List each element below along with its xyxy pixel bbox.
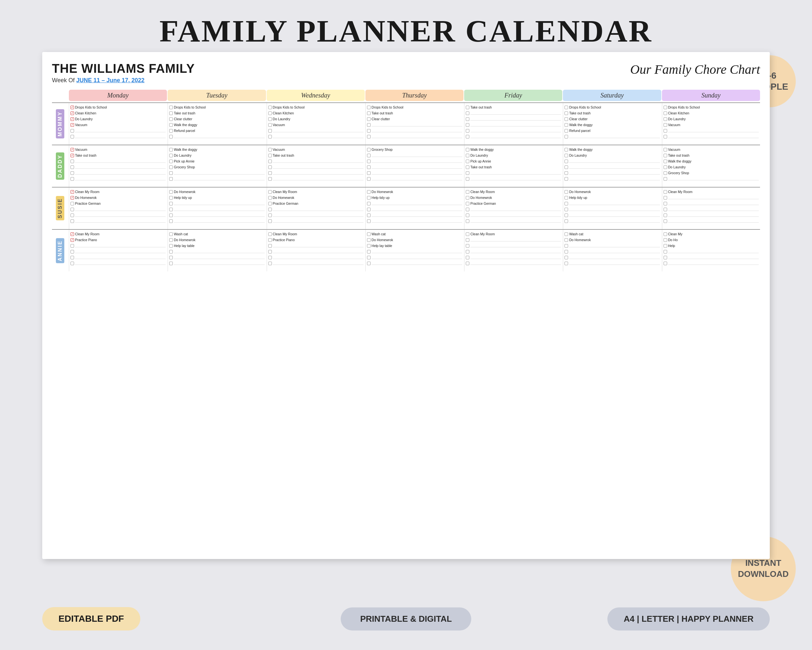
task-checkbox[interactable]: [169, 177, 173, 181]
task-checkbox[interactable]: [268, 148, 272, 151]
task-checkbox[interactable]: [466, 123, 469, 127]
task-checkbox[interactable]: [565, 154, 568, 157]
task-checkbox[interactable]: [565, 232, 568, 236]
task-checkbox[interactable]: [565, 171, 568, 175]
task-checkbox[interactable]: [466, 214, 469, 217]
task-checkbox[interactable]: [70, 244, 74, 248]
task-checkbox[interactable]: [367, 208, 371, 211]
task-checkbox[interactable]: [70, 165, 74, 169]
task-checkbox[interactable]: [367, 129, 371, 133]
task-checkbox[interactable]: [367, 117, 371, 121]
task-checkbox[interactable]: [466, 165, 469, 169]
task-checkbox[interactable]: [466, 177, 469, 181]
task-checkbox[interactable]: [565, 202, 568, 205]
task-checkbox[interactable]: [466, 148, 469, 151]
task-checkbox[interactable]: [565, 214, 568, 217]
task-checkbox[interactable]: [565, 117, 568, 121]
task-checkbox[interactable]: [268, 202, 272, 205]
task-checkbox[interactable]: [466, 106, 469, 109]
task-checkbox[interactable]: [70, 154, 74, 157]
task-checkbox[interactable]: [70, 190, 74, 194]
task-checkbox[interactable]: [664, 190, 667, 194]
task-checkbox[interactable]: [268, 106, 272, 109]
task-checkbox[interactable]: [466, 171, 469, 175]
task-checkbox[interactable]: [268, 219, 272, 223]
task-checkbox[interactable]: [565, 238, 568, 242]
task-checkbox[interactable]: [70, 123, 74, 127]
task-checkbox[interactable]: [268, 123, 272, 127]
task-checkbox[interactable]: [664, 219, 667, 223]
task-checkbox[interactable]: [565, 256, 568, 259]
task-checkbox[interactable]: [367, 148, 371, 151]
task-checkbox[interactable]: [664, 202, 667, 205]
task-checkbox[interactable]: [367, 202, 371, 205]
task-checkbox[interactable]: [664, 214, 667, 217]
task-checkbox[interactable]: [268, 244, 272, 248]
task-checkbox[interactable]: [169, 219, 173, 223]
task-checkbox[interactable]: [664, 196, 667, 200]
task-checkbox[interactable]: [70, 135, 74, 138]
task-checkbox[interactable]: [367, 171, 371, 175]
task-checkbox[interactable]: [664, 123, 667, 127]
task-checkbox[interactable]: [664, 250, 667, 254]
task-checkbox[interactable]: [70, 256, 74, 259]
task-checkbox[interactable]: [70, 129, 74, 133]
task-checkbox[interactable]: [169, 250, 173, 254]
task-checkbox[interactable]: [466, 202, 469, 205]
task-checkbox[interactable]: [70, 112, 74, 115]
task-checkbox[interactable]: [466, 117, 469, 121]
task-checkbox[interactable]: [268, 232, 272, 236]
task-checkbox[interactable]: [565, 106, 568, 109]
task-checkbox[interactable]: [664, 256, 667, 259]
task-checkbox[interactable]: [565, 123, 568, 127]
task-checkbox[interactable]: [268, 112, 272, 115]
task-checkbox[interactable]: [367, 106, 371, 109]
task-checkbox[interactable]: [664, 148, 667, 151]
task-checkbox[interactable]: [169, 117, 173, 121]
task-checkbox[interactable]: [169, 208, 173, 211]
task-checkbox[interactable]: [169, 159, 173, 163]
task-checkbox[interactable]: [70, 219, 74, 223]
task-checkbox[interactable]: [169, 106, 173, 109]
task-checkbox[interactable]: [169, 148, 173, 151]
task-checkbox[interactable]: [466, 262, 469, 265]
task-checkbox[interactable]: [664, 238, 667, 242]
task-checkbox[interactable]: [367, 177, 371, 181]
task-checkbox[interactable]: [565, 250, 568, 254]
task-checkbox[interactable]: [169, 129, 173, 133]
task-checkbox[interactable]: [367, 214, 371, 217]
task-checkbox[interactable]: [664, 135, 667, 138]
task-checkbox[interactable]: [466, 256, 469, 259]
task-checkbox[interactable]: [70, 208, 74, 211]
task-checkbox[interactable]: [268, 256, 272, 259]
task-checkbox[interactable]: [70, 232, 74, 236]
task-checkbox[interactable]: [565, 165, 568, 169]
task-checkbox[interactable]: [367, 196, 371, 200]
task-checkbox[interactable]: [268, 196, 272, 200]
task-checkbox[interactable]: [367, 154, 371, 157]
task-checkbox[interactable]: [664, 165, 667, 169]
task-checkbox[interactable]: [169, 123, 173, 127]
task-checkbox[interactable]: [169, 202, 173, 205]
task-checkbox[interactable]: [367, 165, 371, 169]
task-checkbox[interactable]: [169, 135, 173, 138]
task-checkbox[interactable]: [664, 177, 667, 181]
task-checkbox[interactable]: [70, 262, 74, 265]
task-checkbox[interactable]: [70, 202, 74, 205]
task-checkbox[interactable]: [169, 262, 173, 265]
task-checkbox[interactable]: [664, 244, 667, 248]
task-checkbox[interactable]: [70, 177, 74, 181]
task-checkbox[interactable]: [268, 135, 272, 138]
task-checkbox[interactable]: [664, 171, 667, 175]
task-checkbox[interactable]: [169, 238, 173, 242]
task-checkbox[interactable]: [268, 177, 272, 181]
task-checkbox[interactable]: [70, 117, 74, 121]
task-checkbox[interactable]: [70, 214, 74, 217]
task-checkbox[interactable]: [268, 129, 272, 133]
task-checkbox[interactable]: [565, 129, 568, 133]
task-checkbox[interactable]: [466, 154, 469, 157]
task-checkbox[interactable]: [169, 165, 173, 169]
task-checkbox[interactable]: [268, 171, 272, 175]
task-checkbox[interactable]: [367, 123, 371, 127]
task-checkbox[interactable]: [268, 214, 272, 217]
